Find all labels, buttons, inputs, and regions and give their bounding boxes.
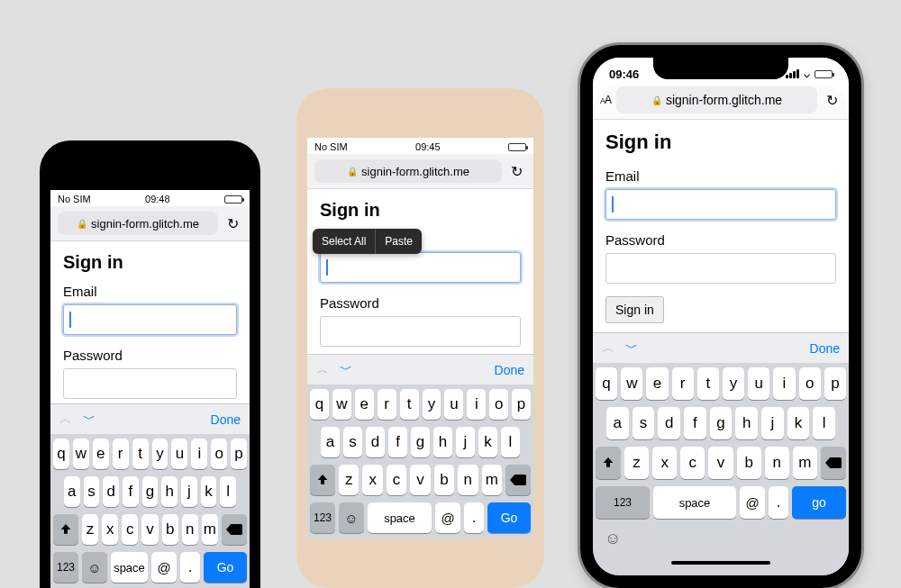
home-indicator[interactable] [596,556,846,574]
key-p[interactable]: p [231,439,247,469]
key-y[interactable]: y [423,389,441,420]
go-key[interactable]: go [792,486,846,519]
key-p[interactable]: p [512,389,531,420]
key-v[interactable]: v [708,447,733,479]
url-field[interactable]: 🔒 signin-form.glitch.me [58,212,218,235]
key-e[interactable]: e [93,439,109,469]
dot-key[interactable]: . [180,552,200,583]
key-i[interactable]: i [191,439,207,469]
url-field[interactable]: 🔒 signin-form.glitch.me [616,86,817,113]
backspace-key[interactable] [505,465,531,495]
key-h[interactable]: h [433,427,452,457]
dot-key[interactable]: . [464,502,484,533]
key-n[interactable]: n [182,514,198,545]
key-t[interactable]: t [697,367,719,400]
key-r[interactable]: r [113,439,129,469]
refresh-icon[interactable]: ↻ [823,92,842,109]
emoji-key[interactable]: ☺ [82,552,107,583]
refresh-icon[interactable]: ↻ [507,163,526,180]
prev-field-icon[interactable]: ︿ [602,340,614,357]
key-m[interactable]: m [793,447,817,479]
key-t[interactable]: t [132,439,149,469]
at-key[interactable]: @ [740,486,765,519]
at-key[interactable]: @ [435,502,460,533]
go-key[interactable]: Go [204,552,247,583]
key-x[interactable]: x [362,465,382,495]
password-field[interactable] [605,253,836,284]
space-key[interactable]: space [111,552,148,583]
key-n[interactable]: n [458,465,478,495]
key-y[interactable]: y [723,367,744,400]
key-r[interactable]: r [672,367,694,400]
key-b[interactable]: b [434,465,454,495]
key-p[interactable]: p [824,367,846,400]
key-u[interactable]: u [171,439,187,469]
key-t[interactable]: t [400,389,419,420]
emoji-key[interactable]: ☺ [339,502,364,533]
key-c[interactable]: c [387,465,406,495]
key-e[interactable]: e [355,389,374,420]
backspace-key[interactable] [222,514,247,545]
key-k[interactable]: k [201,476,217,507]
key-s[interactable]: s [633,407,655,439]
numbers-key[interactable]: 123 [310,502,335,533]
key-f[interactable]: f [123,476,139,507]
key-z[interactable]: z [82,514,98,545]
space-key[interactable]: space [653,486,736,519]
shift-key[interactable] [596,447,621,479]
key-o[interactable]: o [799,367,821,400]
key-z[interactable]: z [339,465,359,495]
shift-key[interactable] [310,465,335,495]
key-x[interactable]: x [652,447,677,479]
key-j[interactable]: j [761,407,784,439]
key-i[interactable]: i [773,367,795,400]
key-q[interactable]: q [310,389,329,420]
email-field[interactable] [63,304,237,335]
key-a[interactable]: a [64,476,80,507]
password-field[interactable] [320,316,521,347]
key-d[interactable]: d [366,427,385,457]
key-w[interactable]: w [332,389,351,420]
key-l[interactable]: l [501,427,520,457]
key-k[interactable]: k [787,407,810,439]
key-g[interactable]: g [142,476,159,507]
key-w[interactable]: w [73,439,89,469]
key-s[interactable]: s [343,427,362,457]
home-button[interactable] [403,547,439,583]
key-f[interactable]: f [684,407,706,439]
key-k[interactable]: k [478,427,497,457]
key-g[interactable]: g [411,427,430,457]
key-f[interactable]: f [388,427,407,457]
next-field-icon[interactable]: ﹀ [340,362,352,378]
context-select-all[interactable]: Select All [313,229,375,254]
key-v[interactable]: v [410,465,430,495]
key-e[interactable]: e [646,367,668,400]
prev-field-icon[interactable]: ︿ [59,412,72,428]
key-a[interactable]: a [606,407,629,439]
key-w[interactable]: w [621,367,642,400]
key-y[interactable]: y [152,439,168,469]
url-field[interactable]: 🔒 signin-form.glitch.me [314,159,502,183]
key-q[interactable]: q [53,439,69,469]
context-paste[interactable]: Paste [376,229,422,254]
key-b[interactable]: b [737,447,761,479]
next-field-icon[interactable]: ﹀ [83,412,96,428]
dot-key[interactable]: . [769,486,788,519]
key-d[interactable]: d [103,476,119,507]
key-u[interactable]: u [748,367,769,400]
next-field-icon[interactable]: ﹀ [625,340,638,357]
key-s[interactable]: s [84,476,100,507]
key-o[interactable]: o [489,389,508,420]
key-c[interactable]: c [680,447,705,479]
at-key[interactable]: @ [151,552,177,583]
keyboard-done-button[interactable]: Done [495,363,524,377]
backspace-key[interactable] [821,447,846,479]
signin-button[interactable]: Sign in [605,296,664,323]
key-l[interactable]: l [813,407,835,439]
key-x[interactable]: x [102,514,118,545]
keyboard-done-button[interactable]: Done [211,412,241,427]
keyboard-done-button[interactable]: Done [810,341,840,356]
password-field[interactable] [63,368,237,399]
key-l[interactable]: l [220,476,236,507]
key-n[interactable]: n [765,447,789,479]
